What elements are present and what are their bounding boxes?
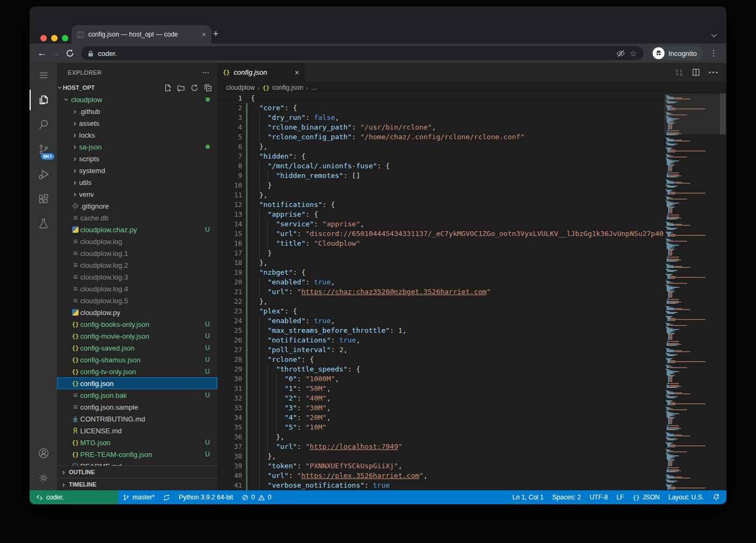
tree-item-license.md[interactable]: LICENSE.md bbox=[57, 425, 217, 437]
incognito-badge[interactable]: Incognito bbox=[651, 46, 703, 60]
code-line-7[interactable]: 7 "hidden": { bbox=[217, 152, 664, 161]
code-line-16[interactable]: 16 "title": "Cloudplow" bbox=[217, 239, 664, 248]
browser-tab[interactable]: </> config.json — host_opt — code × bbox=[72, 25, 211, 44]
editor-tab-config-json[interactable]: {} config.json × bbox=[217, 63, 305, 82]
breadcrumb-file[interactable]: config.json bbox=[272, 84, 303, 91]
code-line-27[interactable]: 27 "poll_interval": 2, bbox=[217, 345, 664, 355]
editor-more-actions-icon[interactable]: ··· bbox=[709, 68, 719, 77]
code-line-1[interactable]: 1{ bbox=[217, 94, 664, 103]
tree-item-config-tv-only.json[interactable]: {}config-tv-only.jsonU bbox=[57, 366, 217, 377]
code-line-34[interactable]: 34 "4": "20M", bbox=[217, 413, 664, 423]
code-line-35[interactable]: 35 "5": "10M" bbox=[217, 423, 664, 432]
tree-item-cloudplow.py[interactable]: cloudplow.py bbox=[57, 306, 217, 318]
code-line-38[interactable]: 38 }, bbox=[217, 452, 664, 461]
tree-item-cloudplow.log[interactable]: ≡cloudplow.log bbox=[57, 235, 217, 247]
indentation-status[interactable]: Spaces: 2 bbox=[548, 490, 585, 504]
explorer-more-actions-icon[interactable]: ··· bbox=[202, 69, 210, 76]
tree-item-config.json.bak[interactable]: ≡config.json.bakU bbox=[57, 389, 217, 401]
code-line-39[interactable]: 39 "token": "PXNNXUEfYSCkUspGiiXj", bbox=[217, 461, 664, 471]
code-line-8[interactable]: 8 "/mnt/local/.unionfs-fuse": { bbox=[217, 161, 664, 171]
code-line-18[interactable]: 18 }, bbox=[217, 258, 664, 268]
explorer-icon[interactable] bbox=[30, 88, 57, 112]
refresh-icon[interactable] bbox=[190, 84, 199, 92]
tree-item-systemd[interactable]: ›systemd bbox=[57, 165, 217, 176]
code-line-20[interactable]: 20 "enabled": true, bbox=[217, 277, 664, 287]
notifications-bell[interactable] bbox=[708, 490, 726, 504]
tree-item-config-shamus.json[interactable]: {}config-shamus.jsonU bbox=[57, 354, 217, 366]
breadcrumb-folder[interactable]: cloudplow bbox=[226, 84, 255, 91]
tree-item-config.json[interactable]: {}config.json bbox=[57, 377, 217, 389]
tree-item-.github[interactable]: ›.github bbox=[57, 105, 217, 117]
code-line-36[interactable]: 36 }, bbox=[217, 432, 664, 442]
tree-item-cloudplow.log.1[interactable]: ≡cloudplow.log.1 bbox=[57, 247, 217, 259]
code-line-12[interactable]: 12 "notifications": { bbox=[217, 200, 664, 210]
code-line-26[interactable]: 26 "notifications": true, bbox=[217, 335, 664, 345]
bookmark-star-icon[interactable]: ☆ bbox=[630, 48, 637, 59]
tree-item-cloudplow.log.4[interactable]: ≡cloudplow.log.4 bbox=[57, 283, 217, 295]
breadcrumb-symbol[interactable]: … bbox=[311, 84, 317, 91]
cursor-position-status[interactable]: Ln 1, Col 1 bbox=[508, 490, 548, 504]
code-line-6[interactable]: 6 }, bbox=[217, 142, 664, 152]
code-line-21[interactable]: 21 "url": "https://chaz:chaz3526@nzbget.… bbox=[217, 287, 664, 297]
window-zoom-button[interactable] bbox=[62, 35, 68, 41]
address-bar[interactable]: coder. ☆ bbox=[81, 46, 644, 60]
code-line-22[interactable]: 22 }, bbox=[217, 297, 664, 306]
code-line-11[interactable]: 11 }, bbox=[217, 190, 664, 200]
code-line-5[interactable]: 5 "rclone_config_path": "/home/chaz/.con… bbox=[217, 132, 664, 142]
tree-item-cloudplow.log.5[interactable]: ≡cloudplow.log.5 bbox=[57, 295, 217, 306]
code-line-29[interactable]: 29 "throttle_speeds": { bbox=[217, 365, 664, 374]
tree-item-readme.md[interactable]: README.md bbox=[57, 460, 217, 466]
extensions-icon[interactable] bbox=[30, 187, 57, 211]
new-tab-button[interactable]: + bbox=[209, 27, 222, 40]
tab-close-icon[interactable]: × bbox=[202, 31, 206, 38]
tree-item-scripts[interactable]: ›scripts bbox=[57, 153, 217, 165]
code-line-33[interactable]: 33 "3": "30M", bbox=[217, 403, 664, 413]
chrome-menu-icon[interactable]: ⋮ bbox=[706, 48, 721, 58]
tree-item-cloudplow.log.2[interactable]: ≡cloudplow.log.2 bbox=[57, 259, 217, 271]
code-line-2[interactable]: 2 "core": { bbox=[217, 103, 664, 113]
scrollbar-thumb[interactable] bbox=[719, 94, 726, 134]
tree-item-config-books-only.json[interactable]: {}config-books-only.jsonU bbox=[57, 318, 217, 330]
tree-item-contributing.md[interactable]: CONTRIBUTING.md bbox=[57, 413, 217, 425]
tree-item-mtg.json[interactable]: {}MTG.jsonU bbox=[57, 437, 217, 448]
tree-item-cloudplow[interactable]: ›cloudplow bbox=[57, 94, 217, 105]
code-line-3[interactable]: 3 "dry_run": false, bbox=[217, 113, 664, 123]
vertical-scrollbar[interactable] bbox=[719, 94, 726, 490]
back-button[interactable]: ← bbox=[35, 46, 49, 60]
code-line-10[interactable]: 10 } bbox=[217, 181, 664, 190]
tree-item-utils[interactable]: ›utils bbox=[57, 176, 217, 188]
code-line-30[interactable]: 30 "0": "1000M", bbox=[217, 374, 664, 384]
menu-icon[interactable] bbox=[30, 63, 57, 88]
settings-gear-icon[interactable] bbox=[30, 466, 57, 490]
tree-item-.gitignore[interactable]: .gitignore bbox=[57, 200, 217, 212]
tree-item-config-saved.json[interactable]: {}config-saved.jsonU bbox=[57, 342, 217, 354]
window-close-button[interactable] bbox=[40, 35, 47, 41]
tree-item-sa-json[interactable]: ›sa-json bbox=[57, 141, 217, 153]
code-line-24[interactable]: 24 "enabled": true, bbox=[217, 316, 664, 326]
code-line-9[interactable]: 9 "hidden_remotes": [] bbox=[217, 171, 664, 181]
url-text[interactable]: coder. bbox=[98, 49, 612, 58]
code-line-23[interactable]: 23 "plex": { bbox=[217, 306, 664, 316]
code-line-19[interactable]: 19 "nzbget": { bbox=[217, 268, 664, 277]
code-line-40[interactable]: 40 "url": "https://plex.3526harriet.com"… bbox=[217, 471, 664, 481]
editor-tab-close-icon[interactable]: × bbox=[295, 68, 299, 77]
window-minimize-button[interactable] bbox=[51, 35, 58, 41]
code-line-14[interactable]: 14 "service": "apprise", bbox=[217, 219, 664, 229]
sync-button[interactable] bbox=[159, 490, 174, 504]
tree-item-assets[interactable]: ›assets bbox=[57, 117, 217, 129]
account-icon[interactable] bbox=[30, 441, 57, 466]
git-branch-status[interactable]: master* bbox=[118, 490, 159, 504]
code-line-37[interactable]: 37 "url": "http://localhost:7949" bbox=[217, 442, 664, 452]
search-icon[interactable] bbox=[30, 112, 57, 137]
eol-status[interactable]: LF bbox=[612, 490, 628, 504]
code-line-25[interactable]: 25 "max_streams_before_throttle": 1, bbox=[217, 326, 664, 335]
encoding-status[interactable]: UTF-8 bbox=[585, 490, 612, 504]
code-editor[interactable]: 1{2 "core": {3 "dry_run": false,4 "rclon… bbox=[217, 94, 726, 490]
tree-item-config-movie-only.json[interactable]: {}config-movie-only.jsonU bbox=[57, 330, 217, 342]
python-interpreter-status[interactable]: Python 3.9.2 64-bit bbox=[174, 490, 237, 504]
code-line-41[interactable]: 41 "verbose_notifications": true bbox=[217, 481, 664, 490]
new-file-icon[interactable] bbox=[164, 84, 172, 92]
reload-button[interactable] bbox=[63, 46, 77, 60]
code-line-17[interactable]: 17 } bbox=[217, 248, 664, 258]
new-folder-icon[interactable] bbox=[177, 84, 185, 92]
